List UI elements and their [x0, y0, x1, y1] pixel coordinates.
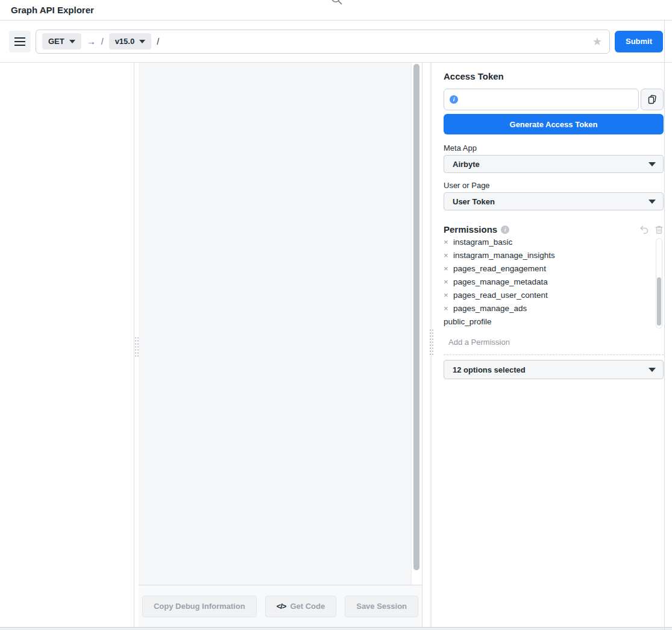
http-method-dropdown[interactable]: GET: [42, 33, 81, 49]
meta-app-select[interactable]: Airbyte: [444, 155, 664, 173]
chevron-down-icon: [69, 40, 75, 43]
clear-permissions-button[interactable]: [655, 225, 664, 235]
info-icon[interactable]: i: [501, 225, 509, 234]
search-icon[interactable]: [330, 0, 344, 6]
submit-button[interactable]: Submit: [615, 31, 663, 52]
user-or-page-label: User or Page: [444, 181, 664, 190]
main-body: Copy Debug Information </> Get Code Save…: [0, 63, 672, 627]
permission-item: ×pages_manage_metadata: [444, 276, 664, 289]
chevron-down-icon: [139, 40, 145, 43]
copy-debug-label: Copy Debug Information: [154, 602, 245, 611]
api-version-label: v15.0: [115, 37, 135, 46]
response-viewport: [139, 63, 411, 585]
remove-permission-icon[interactable]: ×: [444, 289, 450, 302]
request-path[interactable]: /: [157, 37, 159, 46]
page-bottom-strip: [0, 627, 672, 630]
get-code-button[interactable]: </> Get Code: [265, 596, 337, 617]
permission-label: pages_manage_metadata: [453, 277, 548, 286]
drag-handle-icon[interactable]: [429, 329, 433, 356]
meta-app-value: Airbyte: [453, 160, 648, 169]
permission-label: public_profile: [444, 317, 492, 326]
request-bar[interactable]: GET → / v15.0 / ★: [36, 30, 610, 54]
page-scroll-gutter[interactable]: [666, 63, 672, 627]
code-icon: </>: [277, 602, 286, 611]
left-panel-resizer[interactable]: [134, 63, 139, 627]
http-method-label: GET: [48, 37, 64, 46]
scrollbar-thumb[interactable]: [657, 277, 661, 326]
page-title: Graph API Explorer: [11, 5, 94, 15]
undo-icon: [639, 225, 649, 235]
remove-permission-icon[interactable]: ×: [444, 302, 450, 315]
remove-permission-icon[interactable]: ×: [444, 262, 450, 276]
generate-access-token-button[interactable]: Generate Access Token: [444, 114, 664, 134]
right-panel-resizer[interactable]: [422, 63, 441, 627]
scrollbar-thumb[interactable]: [413, 64, 419, 570]
permission-label: pages_read_user_content: [453, 291, 548, 300]
favorite-star-icon[interactable]: ★: [591, 36, 603, 47]
permission-item: public_profile: [444, 315, 664, 329]
api-version-dropdown[interactable]: v15.0: [109, 33, 152, 49]
fields-panel: [0, 63, 134, 627]
save-session-button[interactable]: Save Session: [345, 596, 418, 617]
permission-label: instagram_basic: [453, 238, 512, 247]
remove-permission-icon[interactable]: ×: [444, 276, 450, 289]
path-slash: /: [101, 37, 104, 46]
response-panel: Copy Debug Information </> Get Code Save…: [139, 63, 422, 627]
permission-item: ×instagram_basic: [444, 238, 664, 249]
permission-label: pages_read_engagement: [453, 264, 546, 273]
permission-label: pages_manage_ads: [453, 304, 527, 313]
permissions-list: ×instagram_basic ×instagram_manage_insig…: [444, 238, 664, 329]
permission-item: ×pages_read_engagement: [444, 262, 664, 276]
hamburger-icon: [14, 37, 25, 39]
info-icon[interactable]: i: [450, 95, 458, 104]
arrow-icon: →: [87, 36, 96, 46]
permissions-scrollbar[interactable]: [656, 238, 662, 329]
chevron-down-icon: [648, 200, 656, 204]
user-or-page-select[interactable]: User Token: [444, 192, 664, 210]
get-code-label: Get Code: [290, 602, 325, 611]
graph-api-explorer-app: Graph API Explorer GET → / v15.0 / ★: [0, 0, 672, 630]
remove-permission-icon[interactable]: ×: [444, 249, 450, 262]
options-selected-label: 12 options selected: [453, 365, 648, 374]
permission-item: ×pages_read_user_content: [444, 289, 664, 302]
save-session-label: Save Session: [356, 602, 407, 611]
copy-token-button[interactable]: [641, 89, 664, 110]
undo-permissions-button[interactable]: [639, 225, 649, 235]
access-token-heading: Access Token: [444, 71, 664, 81]
remove-permission-icon[interactable]: ×: [444, 238, 450, 249]
chevron-down-icon: [648, 162, 656, 166]
permissions-heading: Permissions: [444, 224, 497, 235]
app-header: Graph API Explorer: [0, 0, 672, 20]
permission-options-select[interactable]: 12 options selected: [444, 360, 664, 379]
token-sidebar: Access Token i Generate Access Token M: [441, 63, 666, 627]
user-or-page-value: User Token: [453, 197, 648, 206]
copy-icon: [647, 94, 658, 105]
add-permission-input[interactable]: [448, 338, 664, 347]
permission-item: ×pages_manage_ads: [444, 302, 664, 315]
menu-button[interactable]: [9, 31, 31, 52]
copy-debug-button[interactable]: Copy Debug Information: [142, 596, 257, 617]
request-toolbar: GET → / v15.0 / ★ Submit: [0, 20, 672, 63]
response-scrollbar[interactable]: [411, 63, 422, 585]
trash-icon: [655, 225, 664, 235]
access-token-input[interactable]: [444, 89, 638, 110]
session-footer: Copy Debug Information </> Get Code Save…: [139, 585, 422, 627]
meta-app-label: Meta App: [444, 143, 664, 153]
drag-handle-icon[interactable]: [134, 336, 139, 357]
chevron-down-icon: [648, 368, 656, 372]
access-token-field: i: [444, 89, 639, 110]
permission-label: instagram_manage_insights: [453, 251, 555, 260]
permission-item: ×instagram_manage_insights: [444, 249, 664, 262]
